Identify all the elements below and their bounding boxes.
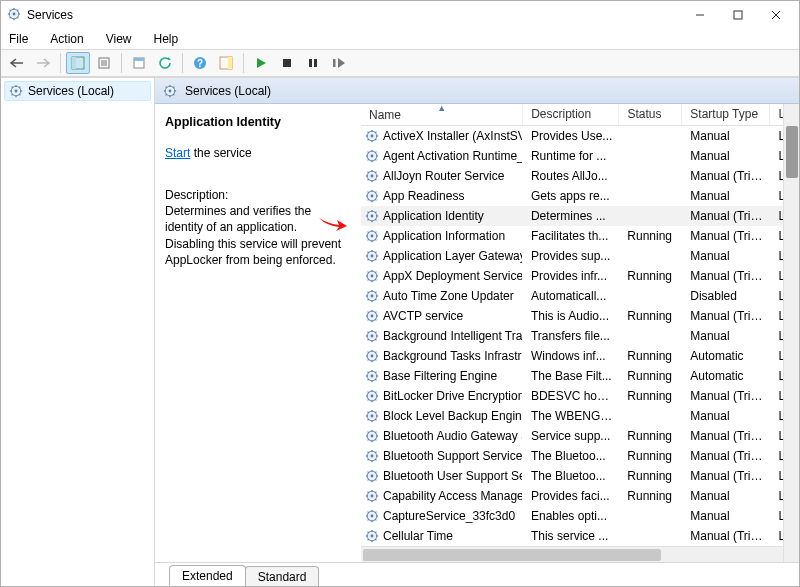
menu-action[interactable]: Action — [46, 30, 87, 48]
tree-root-services-local[interactable]: Services (Local) — [4, 81, 151, 101]
service-description: Gets apps re... — [523, 186, 619, 206]
service-status — [619, 193, 682, 199]
menu-help[interactable]: Help — [150, 30, 183, 48]
start-service-rest: the service — [190, 146, 251, 160]
show-hide-tree-button[interactable] — [66, 52, 90, 74]
service-row[interactable]: BitLocker Drive Encryption S...BDESVC ho… — [361, 386, 799, 406]
service-name: App Readiness — [383, 189, 464, 203]
start-service-button[interactable] — [249, 52, 273, 74]
menu-view[interactable]: View — [102, 30, 136, 48]
service-startup-type: Manual — [682, 486, 770, 506]
service-row[interactable]: Bluetooth Audio Gateway Se...Service sup… — [361, 426, 799, 446]
service-name: BitLocker Drive Encryption S... — [383, 389, 523, 403]
service-description: Determines ... — [523, 206, 619, 226]
service-name: AllJoyn Router Service — [383, 169, 504, 183]
start-service-link[interactable]: Start — [165, 146, 190, 160]
service-startup-type: Manual (Trigg... — [682, 226, 770, 246]
close-button[interactable] — [757, 1, 795, 29]
service-row[interactable]: AppX Deployment Service (A...Provides in… — [361, 266, 799, 286]
export-list-button[interactable] — [92, 52, 116, 74]
service-row[interactable]: Cellular TimeThis service ...Manual (Tri… — [361, 526, 799, 546]
svg-rect-29 — [333, 59, 336, 67]
properties-button[interactable] — [127, 52, 151, 74]
service-startup-type: Automatic — [682, 346, 770, 366]
service-status: Running — [619, 266, 682, 286]
service-description: BDESVC hos... — [523, 386, 619, 406]
service-name: Application Identity — [383, 209, 484, 223]
service-row[interactable]: Application InformationFacilitates th...… — [361, 226, 799, 246]
gear-icon — [365, 189, 379, 203]
service-description: Windows inf... — [523, 346, 619, 366]
gear-icon — [365, 509, 379, 523]
service-name: AVCTP service — [383, 309, 463, 323]
svg-rect-25 — [228, 57, 232, 69]
forward-button[interactable] — [31, 52, 55, 74]
service-startup-type: Manual (Trigg... — [682, 166, 770, 186]
tree-pane: Services (Local) — [1, 78, 155, 586]
gear-icon — [9, 84, 23, 98]
service-row[interactable]: Block Level Backup Engine S...The WBENGI… — [361, 406, 799, 426]
service-row[interactable]: Background Tasks Infrastruc...Windows in… — [361, 346, 799, 366]
content-header-title: Services (Local) — [185, 84, 271, 98]
service-row[interactable]: App ReadinessGets apps re...ManualLoc — [361, 186, 799, 206]
help-button[interactable]: ? — [188, 52, 212, 74]
svg-rect-28 — [314, 59, 317, 67]
service-status — [619, 413, 682, 419]
show-hide-action-pane-button[interactable] — [214, 52, 238, 74]
col-status[interactable]: Status — [619, 104, 682, 125]
vertical-scrollbar[interactable] — [783, 104, 799, 562]
service-name: Application Layer Gateway S... — [383, 249, 523, 263]
menubar: File Action View Help — [1, 29, 799, 49]
service-startup-type: Manual — [682, 246, 770, 266]
service-row[interactable]: AllJoyn Router ServiceRoutes AllJo...Man… — [361, 166, 799, 186]
service-row[interactable]: Auto Time Zone UpdaterAutomaticall...Dis… — [361, 286, 799, 306]
back-button[interactable] — [5, 52, 29, 74]
gear-icon — [365, 469, 379, 483]
col-startup-type[interactable]: Startup Type — [682, 104, 770, 125]
tab-standard[interactable]: Standard — [245, 566, 320, 586]
gear-icon — [365, 409, 379, 423]
service-row[interactable]: ActiveX Installer (AxInstSV)Provides Use… — [361, 126, 799, 146]
service-row[interactable]: CaptureService_33fc3d0Enables opti...Man… — [361, 506, 799, 526]
minimize-button[interactable] — [681, 1, 719, 29]
service-startup-type: Manual — [682, 146, 770, 166]
service-name: Background Tasks Infrastruc... — [383, 349, 523, 363]
menu-file[interactable]: File — [5, 30, 32, 48]
service-row[interactable]: AVCTP serviceThis is Audio...RunningManu… — [361, 306, 799, 326]
detail-pane: Application Identity Start the service D… — [155, 104, 361, 562]
service-status — [619, 293, 682, 299]
service-name: Bluetooth Audio Gateway Se... — [383, 429, 523, 443]
service-row[interactable]: Base Filtering EngineThe Base Filt...Run… — [361, 366, 799, 386]
service-startup-type: Manual (Trigg... — [682, 446, 770, 466]
tab-extended[interactable]: Extended — [169, 565, 246, 586]
svg-rect-11 — [734, 11, 742, 19]
restart-service-button[interactable] — [327, 52, 351, 74]
col-description[interactable]: Description — [523, 104, 619, 125]
service-startup-type: Manual (Trigg... — [682, 426, 770, 446]
service-description: Enables opti... — [523, 506, 619, 526]
service-startup-type: Manual — [682, 406, 770, 426]
stop-service-button[interactable] — [275, 52, 299, 74]
service-row[interactable]: Background Intelligent Tran...Transfers … — [361, 326, 799, 346]
service-startup-type: Manual — [682, 186, 770, 206]
maximize-button[interactable] — [719, 1, 757, 29]
service-row[interactable]: Agent Activation Runtime_3...Runtime for… — [361, 146, 799, 166]
service-row[interactable]: Bluetooth Support ServiceThe Bluetoo...R… — [361, 446, 799, 466]
col-name[interactable]: Name ▲ — [361, 104, 523, 125]
service-row[interactable]: Application Layer Gateway S...Provides s… — [361, 246, 799, 266]
service-startup-type: Manual (Trigg... — [682, 266, 770, 286]
gear-icon — [365, 289, 379, 303]
service-description: Service supp... — [523, 426, 619, 446]
service-row[interactable]: Capability Access Manager S...Provides f… — [361, 486, 799, 506]
service-name: Auto Time Zone Updater — [383, 289, 514, 303]
pause-service-button[interactable] — [301, 52, 325, 74]
service-description: Provides faci... — [523, 486, 619, 506]
horizontal-scrollbar[interactable] — [361, 546, 799, 562]
gear-icon — [365, 249, 379, 263]
service-row[interactable]: Bluetooth User Support Serv...The Blueto… — [361, 466, 799, 486]
service-row[interactable]: Application IdentityDetermines ...Manual… — [361, 206, 799, 226]
refresh-button[interactable] — [153, 52, 177, 74]
service-status — [619, 213, 682, 219]
description-body: Determines and verifies the identity of … — [165, 203, 349, 268]
service-startup-type: Manual (Trigg... — [682, 306, 770, 326]
